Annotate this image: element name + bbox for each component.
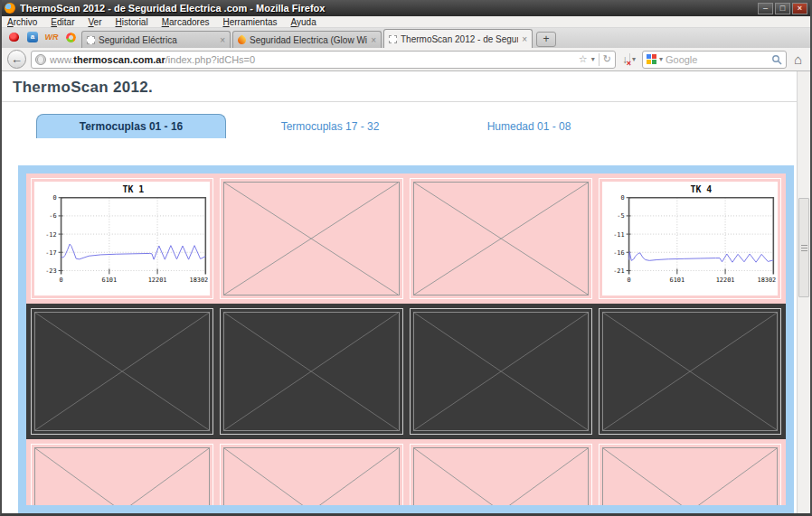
window-titlebar[interactable]: ThermoScan 2012 - de Seguridad Electrica…: [2, 0, 810, 16]
download-group: ↓× ▾: [620, 53, 637, 66]
tab-close-icon[interactable]: ×: [371, 35, 376, 45]
broken-image-placeholder: [602, 447, 778, 505]
broken-image-placeholder: [413, 312, 589, 431]
search-input[interactable]: [666, 54, 769, 65]
vertical-scrollbar[interactable]: [797, 71, 810, 513]
browser-tab-label: Seguridad Electrica (Glow Wire, Tracking…: [250, 35, 367, 45]
svg-text:12201: 12201: [148, 277, 167, 284]
menu-marcadores[interactable]: Marcadores: [162, 17, 210, 27]
bookmark-star-icon[interactable]: ☆: [579, 53, 588, 65]
browser-tab-1[interactable]: Seguridad Eléctrica ×: [81, 31, 231, 48]
browser-tab-strip: a WR Seguridad Eléctrica × Seguridad Ele…: [2, 28, 810, 48]
page-main: ThermoScan 2012. Termocuplas 01 - 16 Ter…: [2, 71, 797, 513]
close-button[interactable]: ×: [792, 3, 807, 14]
broken-image-cell: [410, 444, 592, 505]
svg-text:-17: -17: [45, 249, 56, 257]
download-icon[interactable]: ↓×: [622, 53, 628, 66]
page-icon: [389, 35, 397, 43]
scrollbar-thumb[interactable]: [798, 198, 809, 297]
magnifier-icon[interactable]: [771, 54, 782, 65]
menu-ver[interactable]: Ver: [88, 17, 101, 27]
addon-wr-button[interactable]: WR: [43, 30, 60, 44]
broken-image-placeholder: [34, 312, 210, 431]
svg-text:-21: -21: [613, 267, 624, 275]
url-dropdown-icon[interactable]: ▾: [591, 55, 595, 63]
broken-image-placeholder: [413, 182, 589, 296]
dark-row: [26, 304, 786, 439]
menu-ayuda[interactable]: Ayuda: [291, 17, 316, 27]
tab-close-icon[interactable]: ×: [220, 35, 225, 45]
svg-text:6101: 6101: [102, 277, 118, 284]
browser-tab-2[interactable]: Seguridad Electrica (Glow Wire, Tracking…: [232, 31, 382, 48]
svg-text:6101: 6101: [669, 277, 685, 284]
broken-image-cell: [31, 444, 213, 505]
tk1-chart: TK 10-6-12-17-23061011220118302: [34, 182, 210, 296]
x-mark-icon: [35, 448, 209, 505]
svg-text:0: 0: [620, 194, 624, 202]
broken-image-cell: [410, 178, 592, 299]
chart-row-2: [31, 308, 781, 435]
search-engine-dropdown-icon[interactable]: ▾: [659, 55, 663, 63]
page-content: ThermoScan 2012. Termocuplas 01 - 16 Ter…: [2, 71, 810, 513]
broken-image-placeholder: [223, 182, 399, 296]
menu-historial[interactable]: Historial: [116, 17, 148, 27]
navigation-bar: ← www.thermoscan.com.ar/index.php?idCHs=…: [2, 48, 810, 71]
chart-cell-tk4[interactable]: TK 40-5-11-16-21061011220118302: [599, 178, 781, 299]
home-icon[interactable]: ⌂: [791, 52, 805, 67]
menu-editar[interactable]: Editar: [51, 17, 74, 27]
page-tabs: Termocuplas 01 - 16 Termocuplas 17 - 32 …: [2, 114, 797, 138]
x-mark-icon: [35, 313, 209, 430]
svg-text:-11: -11: [613, 231, 624, 239]
window-controls: – □ ×: [758, 3, 807, 14]
maximize-button[interactable]: □: [775, 3, 790, 14]
tab-humedad-01-08[interactable]: Humedad 01 - 08: [434, 115, 624, 138]
tk4-chart: TK 40-5-11-16-21061011220118302: [602, 182, 778, 296]
tab-close-icon[interactable]: ×: [522, 34, 527, 44]
reload-icon[interactable]: ↻: [603, 53, 611, 65]
chart-row-3: [31, 444, 781, 505]
back-button[interactable]: ←: [7, 50, 26, 69]
addon-translate-button[interactable]: a: [24, 30, 41, 44]
broken-image-cell: [599, 444, 781, 505]
minimize-button[interactable]: –: [758, 3, 773, 14]
menu-archivo[interactable]: Archivo: [7, 17, 37, 27]
download-error-icon: ×: [627, 59, 631, 68]
svg-text:18302: 18302: [757, 277, 776, 284]
translate-icon: a: [27, 32, 38, 42]
download-dropdown-icon[interactable]: ▾: [632, 55, 636, 63]
svg-text:18302: 18302: [190, 277, 209, 284]
menu-herramientas[interactable]: Herramientas: [222, 17, 277, 27]
new-tab-button[interactable]: +: [536, 32, 556, 47]
svg-text:-6: -6: [49, 212, 56, 220]
broken-image-cell: [410, 308, 592, 435]
browser-window: ThermoScan 2012 - de Seguridad Electrica…: [0, 0, 812, 516]
addon-ring-button[interactable]: [62, 30, 79, 44]
x-mark-icon: [414, 448, 588, 505]
svg-text:0: 0: [627, 277, 630, 284]
addon-toolbar: a WR: [4, 28, 81, 48]
browser-tab-3-active[interactable]: ThermoScan 2012 - de Seguridad Electric.…: [383, 29, 533, 48]
google-icon: [647, 54, 656, 64]
url-text[interactable]: www.thermoscan.com.ar/index.php?idCHs=0: [50, 54, 575, 65]
chart-row-1: TK 10-6-12-17-23061011220118302: [31, 178, 781, 299]
tab-termocuplas-01-16[interactable]: Termocuplas 01 - 16: [36, 114, 226, 138]
thermocouple-panel: TK 10-6-12-17-23061011220118302: [18, 165, 794, 513]
chart-cell-tk1[interactable]: TK 10-6-12-17-23061011220118302: [31, 178, 213, 299]
url-domain: thermoscan.com.ar: [73, 54, 165, 65]
url-bar[interactable]: www.thermoscan.com.ar/index.php?idCHs=0 …: [31, 51, 616, 69]
x-mark-icon: [224, 183, 398, 295]
svg-text:12201: 12201: [715, 277, 734, 284]
addon-bug-button[interactable]: [5, 30, 22, 44]
broken-image-cell: [220, 444, 402, 505]
bug-icon: [9, 33, 19, 42]
svg-text:0: 0: [60, 277, 63, 284]
tab-termocuplas-17-32[interactable]: Termocuplas 17 - 32: [235, 115, 425, 138]
firefox-icon: [5, 3, 15, 14]
svg-text:0: 0: [53, 194, 57, 202]
broken-image-placeholder: [34, 447, 210, 505]
search-box[interactable]: ▾: [642, 51, 787, 69]
x-mark-icon: [414, 313, 588, 430]
x-mark-icon: [414, 183, 588, 295]
broken-image-cell: [220, 308, 402, 435]
svg-text:TK 1: TK 1: [123, 184, 145, 194]
